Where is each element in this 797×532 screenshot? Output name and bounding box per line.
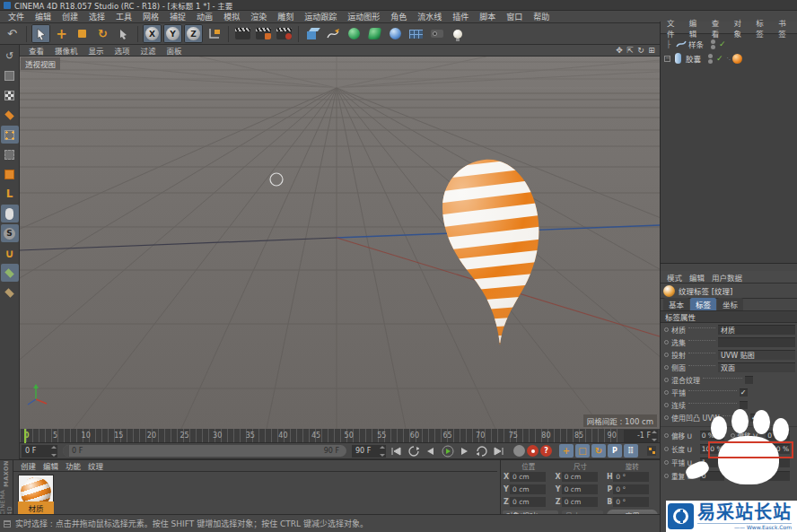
anim-dot[interactable] — [664, 460, 669, 465]
end-frame-spinner[interactable]: 90 F — [352, 445, 386, 458]
menu-item[interactable]: 运动图形 — [342, 11, 385, 22]
menu-item[interactable]: 渲染 — [245, 11, 272, 22]
anim-dot[interactable] — [664, 365, 669, 370]
snap-s-icon[interactable]: S — [1, 224, 19, 242]
goto-start-icon[interactable] — [389, 444, 404, 458]
menu-item[interactable]: 雕刻 — [272, 11, 299, 22]
enabled-check-icon[interactable]: ✓ — [719, 39, 726, 48]
projection-dropdown[interactable]: UVW 贴图 — [718, 350, 795, 360]
menu-item[interactable]: 运动跟踪 — [299, 11, 342, 22]
frame-back-icon[interactable] — [423, 444, 438, 458]
texture-mode-icon[interactable] — [1, 86, 19, 104]
menu-item[interactable]: 脚本 — [474, 11, 501, 22]
workplane-snap-icon[interactable] — [1, 264, 19, 282]
om-menu-item[interactable]: 书签 — [775, 17, 797, 39]
mix-textures-checkbox[interactable] — [745, 376, 753, 384]
menu-item[interactable]: 动画 — [191, 11, 218, 22]
workplane-mode-icon[interactable] — [1, 106, 19, 124]
om-menu-item[interactable]: 编辑 — [686, 17, 708, 39]
scale-icon[interactable] — [73, 24, 92, 43]
tab-tag[interactable]: 标签 — [690, 298, 716, 310]
menu-item[interactable]: 网格 — [137, 11, 164, 22]
material-menu-item[interactable]: 创建 — [17, 460, 39, 471]
model-mode-icon[interactable] — [1, 66, 19, 84]
viewport-menu-item[interactable]: 过滤 — [136, 45, 162, 56]
coord-field[interactable]: 0 cm — [510, 472, 546, 482]
om-menu-item[interactable]: 查看 — [708, 17, 731, 39]
am-menu-item[interactable]: 用户数据 — [708, 272, 746, 283]
move-icon[interactable]: + — [52, 24, 71, 43]
axis-z-toggle[interactable]: Z — [184, 24, 203, 43]
coord-field[interactable]: 0 cm — [562, 484, 598, 494]
menu-item[interactable]: 帮助 — [528, 11, 555, 22]
viewport-menu-item[interactable]: 显示 — [83, 45, 109, 56]
menu-item[interactable]: 捕捉 — [164, 11, 191, 22]
timeline-range-slider[interactable]: 0 F 90 F — [63, 445, 346, 457]
coord-field[interactable]: 0 ° — [613, 484, 649, 494]
uv-field[interactable]: 100 % — [766, 444, 790, 454]
anim-dot[interactable] — [664, 327, 669, 332]
menu-item[interactable]: 模拟 — [218, 11, 245, 22]
uv-field[interactable]: 0 — [766, 471, 790, 481]
anim-dot[interactable] — [664, 340, 669, 344]
edges-mode-icon[interactable] — [1, 145, 19, 163]
render-settings-icon[interactable] — [275, 24, 293, 43]
material-menu-item[interactable]: 功能 — [62, 460, 84, 471]
uv-field[interactable]: 0 — [700, 471, 724, 481]
menu-item[interactable]: 选择 — [83, 11, 110, 22]
coord-field[interactable]: 0 cm — [562, 472, 598, 482]
menu-item[interactable]: 流水线 — [412, 11, 447, 22]
orbit-icon[interactable]: ↻ — [635, 46, 646, 55]
use-bump-uvw-checkbox[interactable]: ✓ — [750, 414, 758, 422]
visibility-dots[interactable] — [708, 53, 713, 64]
record-icon[interactable] — [513, 445, 525, 457]
viewport-menu-item[interactable]: 查看 — [23, 45, 49, 56]
selection-field[interactable] — [718, 337, 795, 347]
axis-mode-icon[interactable]: L — [1, 185, 19, 203]
frame-forward-icon[interactable] — [457, 444, 472, 458]
enabled-check-icon[interactable]: ✓ — [716, 54, 723, 63]
uv-field[interactable]: 0 % — [766, 431, 790, 440]
menu-item[interactable]: 角色 — [385, 11, 412, 22]
side-dropdown[interactable]: 双面 — [718, 362, 795, 372]
spline-pen-icon[interactable] — [324, 24, 343, 43]
menu-item[interactable]: 创建 — [57, 11, 83, 22]
generators-icon[interactable] — [345, 24, 363, 43]
question-icon[interactable]: ? — [540, 445, 552, 457]
anim-dot[interactable] — [731, 447, 735, 451]
anim-dot[interactable] — [664, 353, 669, 357]
anim-dot[interactable] — [731, 433, 735, 438]
light-icon[interactable] — [448, 24, 467, 43]
am-menu-item[interactable]: 模式 — [663, 272, 686, 283]
render-picture-viewer-icon[interactable] — [254, 24, 273, 43]
anim-dot[interactable] — [731, 460, 735, 465]
viewport-menu-item[interactable]: 面板 — [162, 45, 188, 56]
pan-icon[interactable]: ✥ — [614, 46, 625, 55]
material-name[interactable]: 材质 — [18, 501, 54, 514]
key-position-icon[interactable]: + — [559, 444, 574, 458]
play-reverse-icon[interactable] — [406, 444, 421, 458]
menu-item[interactable]: 工具 — [110, 11, 137, 22]
tile-checkbox[interactable]: ✓ — [740, 388, 748, 397]
menu-item[interactable]: 窗口 — [501, 11, 528, 22]
points-mode-icon[interactable] — [1, 126, 19, 144]
autokey-icon[interactable] — [527, 445, 539, 457]
uv-field[interactable]: 100 % — [700, 444, 724, 454]
tab-basic[interactable]: 基本 — [663, 298, 689, 310]
anim-dot[interactable] — [664, 378, 669, 382]
magnet-snap-icon[interactable]: ∪ — [1, 244, 19, 262]
anim-dot[interactable] — [664, 474, 669, 478]
am-menu-item[interactable]: 编辑 — [686, 272, 708, 283]
menu-item[interactable]: 文件 — [3, 11, 30, 22]
anim-dot[interactable] — [664, 447, 669, 451]
anim-dot[interactable] — [731, 474, 735, 478]
key-rotation-icon[interactable]: ↻ — [591, 444, 606, 458]
floor-grid-icon[interactable] — [407, 24, 425, 43]
live-selection-icon[interactable] — [31, 24, 50, 43]
object-row-capsule[interactable]: − 胶囊 ✓ ·. — [661, 51, 797, 65]
key-scale-icon[interactable]: □ — [575, 444, 590, 458]
uv-field[interactable]: 1 — [700, 458, 724, 467]
om-menu-item[interactable]: 文件 — [663, 17, 686, 39]
menu-item[interactable]: 编辑 — [30, 11, 57, 22]
om-menu-item[interactable]: 标签 — [752, 17, 775, 39]
